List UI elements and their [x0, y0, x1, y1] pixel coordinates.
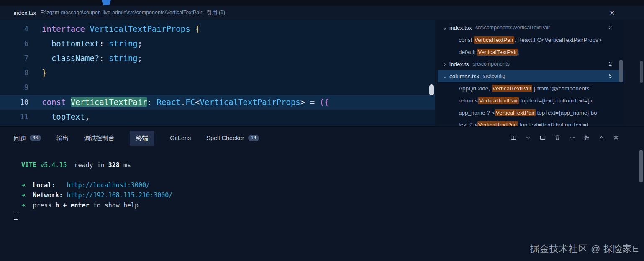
reference-file-path: src\components\VerticalTextPair — [475, 22, 550, 34]
reference-match-row[interactable]: text ? <VerticalTextPair topText={text} … — [438, 119, 623, 126]
terminal-line: ➜ press h + enter to show help — [14, 200, 644, 210]
code-token: VerticalTextPairProps — [90, 24, 195, 33]
tab-label: Spell Checker — [206, 135, 244, 141]
more-actions-icon[interactable] — [568, 134, 576, 141]
code-line-text: const VerticalTextPair: React.FC<Vertica… — [28, 95, 329, 110]
code-token: : — [99, 54, 109, 63]
line-number[interactable]: 10 — [0, 95, 28, 110]
code-line-text: className?: string; — [28, 51, 142, 66]
code-line-text: bottomText: string; — [28, 36, 142, 51]
reference-match-row[interactable]: const VerticalTextPair: React.FC<Vertica… — [438, 34, 623, 46]
terminal-output: VITE v5.4.15 ready in 328 ms ➜ Local: ht… — [14, 160, 644, 210]
line-number[interactable]: 9 — [0, 80, 28, 95]
tab-label: 问题 — [14, 134, 26, 142]
tab-label: 终端 — [136, 134, 148, 142]
editor-scrollbar-thumb[interactable] — [429, 84, 434, 95]
terminal-text: http://localhost:3000/ — [67, 182, 150, 189]
code-line[interactable]: 6 bottomText: string; — [0, 36, 435, 51]
panel-scrollbar-thumb[interactable] — [639, 150, 643, 182]
terminal-text — [14, 161, 21, 169]
close-icon[interactable]: ✕ — [608, 8, 616, 18]
terminal-text — [25, 182, 33, 189]
terminal-line: ➜ Local: http://localhost:3000/ — [14, 180, 644, 190]
references-rows: ⌄index.tsxsrc\components\VerticalTextPai… — [438, 22, 623, 126]
line-number[interactable]: 8 — [0, 66, 28, 80]
terminal-text — [14, 202, 21, 209]
code-token: , — [85, 112, 90, 121]
code-line[interactable]: 11 topText, — [0, 110, 435, 124]
reference-match-row[interactable]: app_name ? <VerticalTextPair topText={ap… — [438, 107, 623, 119]
terminal-line — [14, 170, 644, 180]
reference-file-row[interactable]: ›index.tssrc\components2 — [438, 58, 623, 70]
terminal-text — [25, 202, 33, 209]
code-line[interactable]: 4interface VerticalTextPairProps { — [0, 22, 435, 36]
terminal-text: http://192.168.115.210:3000/ — [67, 192, 172, 199]
peek-editor[interactable]: 4interface VerticalTextPairProps {6 bott… — [0, 20, 435, 126]
match-segment: topText={text} bottomText={a — [519, 97, 593, 104]
reference-file-row[interactable]: ⌄index.tsxsrc\components\VerticalTextPai… — [438, 22, 623, 34]
match-segment: const — [459, 37, 474, 43]
active-tab-notch — [102, 0, 111, 5]
match-segment: ; — [518, 49, 519, 55]
terminal-text: press — [33, 202, 55, 209]
match-segment: topText={app_name} bo — [536, 110, 597, 116]
reference-count-badge: 2 — [609, 58, 612, 70]
line-number[interactable]: 7 — [0, 51, 28, 66]
line-number[interactable]: 11 — [0, 110, 28, 124]
panel-layout-icon[interactable] — [539, 134, 547, 141]
watermark: 掘金技术社区 @ 探险家E — [530, 243, 639, 255]
code-token: const — [42, 97, 71, 107]
code-line[interactable]: 7 className?: string; — [0, 51, 435, 66]
vscode-window: index.tsx E:\zgzm-message\coupon-live-ad… — [0, 0, 644, 261]
dropdown-caret-icon[interactable] — [524, 134, 532, 141]
line-number[interactable]: 4 — [0, 22, 28, 36]
code-line-text — [28, 80, 42, 95]
code-token: React — [157, 97, 181, 107]
split-terminal-icon[interactable] — [510, 134, 517, 141]
configure-tasks-icon[interactable] — [583, 134, 590, 141]
code-token: < — [195, 97, 200, 107]
tab-label: GitLens — [170, 135, 191, 141]
code-line[interactable]: 9 — [0, 80, 435, 95]
code-token: > — [300, 97, 305, 107]
reference-match-text: default VerticalTextPair; — [438, 46, 519, 58]
terminal[interactable]: VITE v5.4.15 ready in 328 ms ➜ Local: ht… — [0, 149, 644, 220]
references-scrollbar-thumb[interactable] — [619, 60, 623, 82]
tab-debug-console[interactable]: 调试控制台 — [84, 131, 115, 146]
line-number[interactable]: 6 — [0, 36, 28, 51]
tab-count-badge: 14 — [248, 135, 259, 141]
code-token: VerticalTextPair — [71, 97, 147, 107]
tab-problems[interactable]: 问题46 — [14, 131, 41, 146]
reference-match-row[interactable]: AppQrCode, VerticalTextPair } from '@/co… — [438, 82, 623, 95]
tab-gitlens[interactable]: GitLens — [170, 131, 191, 145]
code-token — [42, 39, 51, 48]
reference-match-row[interactable]: default VerticalTextPair; — [438, 46, 623, 58]
tab-count-badge: 46 — [30, 135, 41, 141]
tab-label: 输出 — [56, 134, 69, 142]
terminal-text — [14, 192, 21, 199]
code-line[interactable]: 10const VerticalTextPair: React.FC<Verti… — [0, 95, 435, 110]
references-list[interactable]: ⌄index.tsxsrc\components\VerticalTextPai… — [438, 20, 623, 126]
code-line-text: topText, — [28, 110, 90, 124]
terminal-text: ➜ — [21, 202, 25, 209]
maximize-panel-icon[interactable] — [598, 134, 605, 141]
panel-actions — [510, 134, 620, 141]
close-panel-icon[interactable] — [612, 134, 620, 141]
tab-output[interactable]: 输出 — [56, 131, 69, 146]
tab-terminal[interactable]: 终端 — [130, 131, 154, 146]
match-highlight: VerticalTextPair — [495, 109, 536, 116]
main-editor-scrollbar-thumb[interactable] — [640, 61, 643, 83]
code-line-text: } — [28, 66, 46, 80]
terminal-line: ➜ Network: http://192.168.115.210:3000/ — [14, 190, 644, 200]
code-token — [42, 54, 51, 63]
terminal-text: to show help — [90, 202, 139, 209]
reference-match-row[interactable]: return <VerticalTextPair topText={text} … — [438, 95, 623, 107]
code-token: { — [195, 24, 200, 33]
reference-file-row[interactable]: ⌄columns.tsxsrc\config5 — [438, 70, 623, 82]
kill-terminal-icon[interactable] — [554, 134, 561, 141]
reference-file-path: src\components — [473, 58, 510, 70]
tab-spell-checker[interactable]: Spell Checker14 — [206, 131, 259, 145]
code-line[interactable]: 8} — [0, 66, 435, 80]
code-token: ; — [138, 39, 142, 48]
terminal-cursor — [14, 212, 18, 220]
